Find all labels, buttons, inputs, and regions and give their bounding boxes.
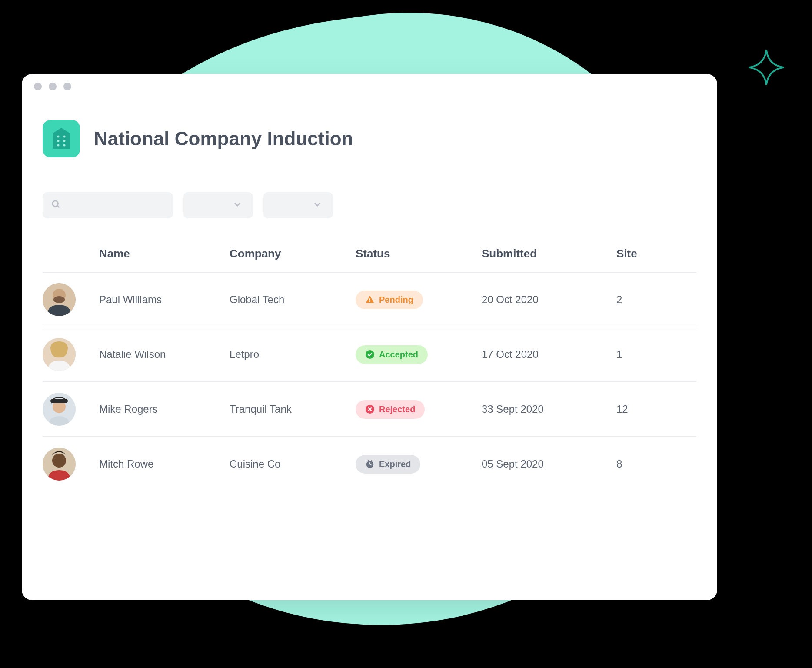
svg-rect-18 [50,399,68,403]
status-badge: Pending [356,291,423,309]
svg-point-5 [63,144,66,147]
sparkle-icon [747,48,786,87]
svg-rect-11 [369,298,370,301]
cell-name: Mike Rogers [99,403,230,415]
cell-status: Pending [356,291,482,309]
cell-submitted: 20 Oct 2020 [482,294,616,306]
svg-point-0 [57,136,60,138]
content-area: National Company Induction [22,99,717,491]
filter-dropdown-2[interactable] [263,192,333,218]
table-row[interactable]: Paul Williams Global Tech Pending 20 Oct… [43,273,696,327]
search-icon [51,200,61,211]
cell-submitted: 33 Sept 2020 [482,403,616,415]
cell-site: 1 [616,348,695,361]
cell-site: 2 [616,294,695,306]
avatar [43,393,76,426]
cell-status: Expired [356,455,482,474]
table-row[interactable]: Mitch Rowe Cuisine Co Expired 05 Sept 20… [43,437,696,491]
svg-point-2 [57,140,60,142]
svg-point-23 [52,454,66,468]
table-row[interactable]: Natalie Wilson Letpro Accepted 17 Oct 20… [43,327,696,382]
svg-point-4 [57,144,60,147]
avatar [43,283,76,316]
building-icon [43,120,80,157]
inductions-table: Name Company Status Submitted Site Paul … [43,236,696,491]
status-label: Rejected [379,404,415,414]
status-label: Pending [379,295,413,305]
svg-point-6 [53,201,58,207]
svg-rect-12 [369,301,370,302]
svg-point-1 [63,136,66,138]
avatar [43,338,76,371]
chevron-down-icon [232,199,243,211]
svg-line-27 [368,461,369,461]
column-submitted: Submitted [482,247,616,261]
cell-name: Mitch Rowe [99,458,230,470]
cell-company: Tranquil Tank [230,403,356,415]
filter-bar [43,192,696,218]
window-control-dot[interactable] [63,83,71,90]
status-badge: Rejected [356,400,425,419]
svg-point-3 [63,140,66,142]
cell-company: Global Tech [230,294,356,306]
filter-dropdown-1[interactable] [183,192,253,218]
svg-point-15 [366,350,374,359]
svg-point-10 [53,296,65,303]
svg-line-7 [57,206,60,208]
cell-submitted: 17 Oct 2020 [482,348,616,361]
cell-site: 12 [616,403,695,415]
column-status: Status [356,247,482,261]
warning-triangle-icon [365,295,375,304]
table-header: Name Company Status Submitted Site [43,236,696,273]
cell-name: Natalie Wilson [99,348,230,361]
window-control-dot[interactable] [34,83,42,90]
avatar [43,448,76,481]
svg-line-28 [371,461,372,461]
cell-submitted: 05 Sept 2020 [482,458,616,470]
window-control-dot[interactable] [49,83,57,90]
clock-icon [365,459,375,469]
page-title: National Company Induction [94,128,353,150]
column-company: Company [230,247,356,261]
status-label: Accepted [379,350,418,360]
search-input[interactable] [43,192,173,218]
column-name: Name [99,247,230,261]
cell-company: Letpro [230,348,356,361]
status-badge: Expired [356,455,420,474]
column-site: Site [616,247,695,261]
cell-name: Paul Williams [99,294,230,306]
cell-site: 8 [616,458,695,470]
check-circle-icon [365,350,375,359]
app-window: National Company Induction [22,74,717,600]
cell-status: Accepted [356,345,482,364]
page-header: National Company Induction [43,120,696,157]
chevron-down-icon [312,199,323,211]
cell-status: Rejected [356,400,482,419]
status-badge: Accepted [356,345,428,364]
table-row[interactable]: Mike Rogers Tranquil Tank Rejected 33 Se… [43,382,696,437]
status-label: Expired [379,459,411,469]
x-circle-icon [365,404,375,414]
cell-company: Cuisine Co [230,458,356,470]
window-titlebar [22,74,717,99]
